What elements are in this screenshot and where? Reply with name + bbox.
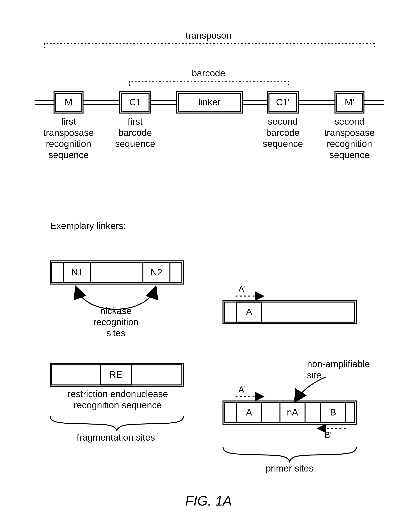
B-text: B bbox=[321, 407, 346, 418]
transposon-label: transposon bbox=[158, 30, 259, 41]
RE-annot: restriction endonuclease recognition seq… bbox=[50, 388, 185, 411]
N1-text: N1 bbox=[64, 267, 91, 278]
box-linker-text: linker bbox=[177, 97, 242, 108]
barcode-label: barcode bbox=[180, 68, 237, 79]
Aprime-top: A' bbox=[238, 284, 258, 294]
A-only-text: A bbox=[236, 306, 262, 317]
section-header: Exemplary linkers: bbox=[50, 220, 166, 231]
box-Mp-text: M' bbox=[335, 97, 364, 108]
primer-sites-label: primer sites bbox=[241, 463, 338, 474]
fragmentation-label: fragmentation sites bbox=[62, 432, 170, 443]
box-M-sub: first transposase recognition sequence bbox=[39, 116, 98, 160]
nonamp-annot: non-amplifiable site bbox=[307, 359, 384, 381]
A-text: A bbox=[236, 407, 262, 418]
nA-text: nA bbox=[280, 407, 305, 418]
box-C1p-sub: second barcode sequence bbox=[258, 116, 308, 149]
N2-text: N2 bbox=[143, 267, 170, 278]
box-C1-sub: first barcode sequence bbox=[110, 116, 160, 149]
box-C1-text: C1 bbox=[120, 97, 151, 108]
Bprime-text: B' bbox=[324, 430, 348, 440]
figure-label: FIG. 1A bbox=[170, 493, 247, 509]
RE-text: RE bbox=[100, 369, 131, 380]
Aprime-bottom: A' bbox=[238, 385, 258, 395]
box-C1p-text: C1' bbox=[267, 97, 298, 108]
box-M-text: M bbox=[54, 97, 83, 108]
nickase-annot: nickase recognition sites bbox=[83, 305, 149, 339]
box-Mp-sub: second transposase recognition sequence bbox=[320, 116, 379, 160]
